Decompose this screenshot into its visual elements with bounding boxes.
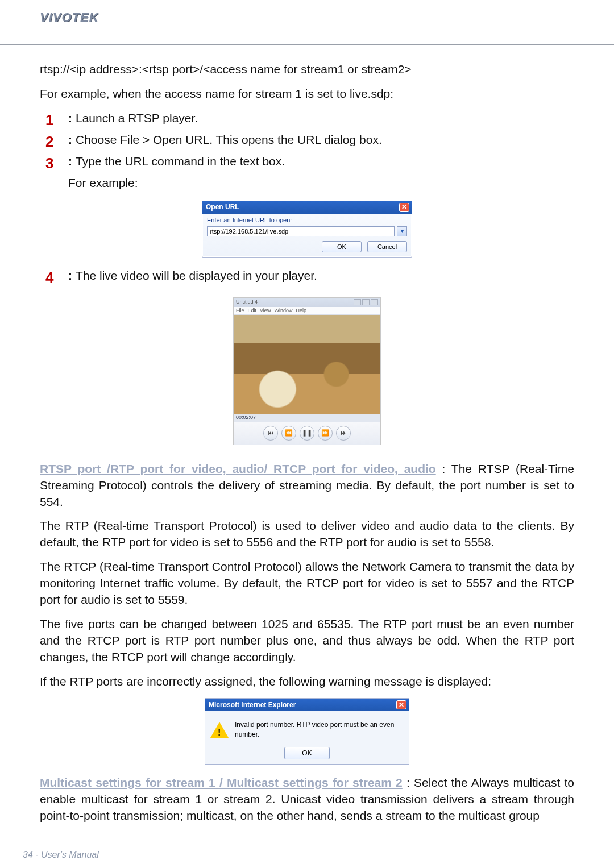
step-3-sub: For example: [68, 175, 574, 192]
rtsp-url-pattern: rtsp://<ip address>:<rtsp port>/<access … [40, 61, 574, 78]
step-4: 4 :The live video will be displayed in y… [45, 268, 574, 288]
example-intro: For example, when the access name for st… [40, 86, 574, 102]
five-ports-paragraph: The five ports can be changed between 10… [40, 616, 574, 666]
rtp-paragraph: The RTP (Real-time Transport Protocol) i… [40, 518, 574, 551]
player-video-area [234, 315, 380, 414]
rtsp-section: RTSP port /RTP port for video, audio/ RT… [40, 461, 574, 510]
menu-view[interactable]: View [260, 307, 271, 314]
skip-back-icon[interactable]: ⏮ [263, 426, 278, 441]
fast-forward-icon[interactable]: ⏩ [318, 426, 333, 441]
warning-icon [211, 721, 228, 738]
rewind-icon[interactable]: ⏪ [281, 426, 296, 441]
rtcp-paragraph: The RTCP (Real-time Transport Control Pr… [40, 559, 574, 608]
step-1-text: Launch a RTSP player. [76, 111, 198, 124]
steps-list-2: 4 :The live video will be displayed in y… [45, 268, 574, 288]
player-controls: ⏮ ⏪ ❚❚ ⏩ ⏭ [234, 422, 380, 445]
video-player: Untitled 4 File Edit View Window Help 00… [233, 297, 381, 445]
step-2: 2 :Choose File > Open URL. This opens th… [45, 132, 574, 152]
body-content: rtsp://<ip address>:<rtsp port>/<access … [0, 45, 614, 824]
step-number: 3 [45, 153, 68, 174]
page-footer: 34 - User's Manual [23, 850, 99, 860]
url-input[interactable] [207, 226, 395, 236]
warning-dialog: Microsoft Internet Explorer ✕ Invalid po… [205, 698, 409, 765]
close-icon[interactable]: ✕ [396, 700, 406, 709]
skip-forward-icon[interactable]: ⏭ [336, 426, 351, 441]
section-heading-rtsp: RTSP port /RTP port for video, audio/ RT… [40, 462, 436, 475]
dialog-title: Open URL [206, 202, 239, 212]
maximize-icon[interactable] [362, 299, 370, 305]
steps-list: 1 :Launch a RTSP player. 2 :Choose File … [45, 110, 574, 192]
multicast-section: Multicast settings for stream 1 / Multic… [40, 775, 574, 824]
pause-icon[interactable]: ❚❚ [300, 426, 314, 441]
step-3-text: Type the URL command in the text box. [76, 155, 285, 168]
menu-edit[interactable]: Edit [248, 307, 257, 314]
step-3: 3 :Type the URL command in the text box. [45, 153, 574, 174]
step-separator: : [68, 133, 72, 146]
chevron-down-icon[interactable]: ▾ [397, 226, 407, 236]
step-separator: : [68, 155, 72, 168]
step-separator: : [68, 269, 72, 282]
close-icon[interactable]: ✕ [399, 203, 409, 212]
warning-intro: If the RTP ports are incorrectly assigne… [40, 674, 574, 690]
step-number: 4 [45, 268, 68, 288]
dialog-titlebar: Open URL ✕ [202, 201, 412, 214]
player-title: Untitled 4 [236, 298, 258, 305]
step-1: 1 :Launch a RTSP player. [45, 110, 574, 131]
close-icon[interactable] [371, 299, 378, 305]
cancel-button[interactable]: Cancel [367, 241, 407, 252]
page-header: VIVOTEK [0, 0, 614, 45]
player-menubar: File Edit View Window Help [234, 307, 380, 315]
warning-title: Microsoft Internet Explorer [209, 700, 296, 710]
ok-button[interactable]: OK [322, 241, 362, 252]
player-timecode: 00:02:07 [234, 414, 380, 422]
brand-logo: VIVOTEK [40, 10, 614, 25]
step-number: 1 [45, 110, 68, 131]
open-url-dialog: Open URL ✕ Enter an Internet URL to open… [202, 201, 412, 258]
dialog-label: Enter an Internet URL to open: [207, 216, 407, 225]
warning-message: Invalid port number. RTP video port must… [235, 720, 403, 739]
menu-help[interactable]: Help [296, 307, 306, 314]
menu-window[interactable]: Window [274, 307, 292, 314]
ok-button[interactable]: OK [284, 747, 330, 759]
step-number: 2 [45, 132, 68, 152]
step-4-text: The live video will be displayed in your… [76, 269, 317, 282]
section-heading-multicast: Multicast settings for stream 1 / Multic… [40, 776, 403, 789]
menu-file[interactable]: File [236, 307, 244, 314]
step-2-text: Choose File > Open URL. This opens the U… [76, 133, 382, 146]
minimize-icon[interactable] [354, 299, 361, 305]
step-separator: : [68, 111, 72, 124]
dialog-titlebar: Microsoft Internet Explorer ✕ [205, 699, 409, 711]
